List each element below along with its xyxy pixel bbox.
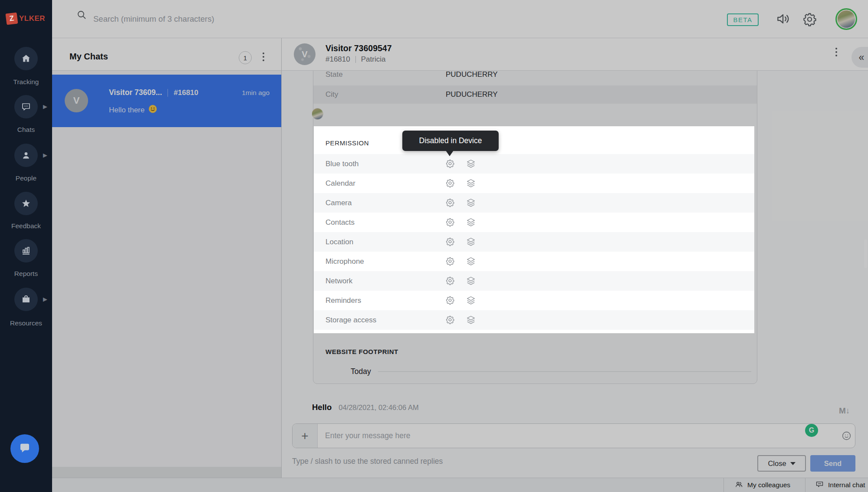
layers-icon[interactable] — [466, 159, 476, 168]
gear-icon[interactable] — [445, 315, 455, 325]
permission-row: Storage access — [314, 310, 754, 330]
bar-chart-icon — [14, 239, 38, 262]
briefcase-icon — [14, 288, 38, 311]
permission-row: Camera — [314, 193, 754, 213]
permission-row: Calendar — [314, 174, 754, 193]
chevron-right-icon: ▶ — [43, 296, 47, 302]
permission-title: PERMISSION — [326, 134, 369, 152]
layers-icon[interactable] — [466, 198, 476, 207]
chat-bubble-icon — [14, 95, 38, 118]
gear-icon[interactable] — [445, 256, 455, 266]
gear-icon[interactable] — [445, 295, 455, 305]
chevron-right-icon: ▶ — [43, 152, 47, 158]
layers-icon[interactable] — [466, 217, 476, 227]
permission-row: Reminders — [314, 291, 754, 310]
layers-icon[interactable] — [466, 237, 476, 246]
permission-row: Contacts — [314, 213, 754, 232]
app-window: Z YLKER Tracking ▶ Chats — [0, 0, 868, 492]
home-icon — [14, 47, 38, 70]
quick-chat-button[interactable] — [10, 434, 39, 463]
gear-icon[interactable] — [445, 237, 455, 246]
gear-icon[interactable] — [445, 217, 455, 227]
tooltip: Disabled in Device — [402, 131, 499, 151]
permission-row: Microphone — [314, 252, 754, 271]
tooltip-arrow — [446, 151, 454, 156]
star-icon — [14, 192, 38, 215]
person-icon — [14, 144, 38, 167]
permission-row: Location — [314, 232, 754, 252]
layers-icon[interactable] — [466, 178, 476, 188]
gear-icon[interactable] — [445, 276, 455, 285]
logo-z-badge: Z — [6, 13, 18, 25]
sidebar: Z YLKER Tracking ▶ Chats — [0, 0, 52, 492]
layers-icon[interactable] — [466, 256, 476, 266]
chat-bubble-icon — [18, 441, 31, 456]
permission-row: Blue tooth — [314, 154, 754, 174]
chevron-right-icon: ▶ — [43, 103, 47, 110]
logo-text: YLKER — [19, 14, 45, 23]
layers-icon[interactable] — [466, 315, 476, 325]
gear-icon[interactable] — [445, 198, 455, 207]
permission-panel: PERMISSION Blue tooth Calendar Camera Co… — [314, 126, 754, 333]
gear-icon[interactable] — [445, 178, 455, 188]
app-logo: Z YLKER — [6, 11, 49, 26]
permission-row: Network — [314, 271, 754, 291]
gear-icon[interactable] — [445, 159, 455, 168]
layers-icon[interactable] — [466, 295, 476, 305]
layers-icon[interactable] — [466, 276, 476, 285]
